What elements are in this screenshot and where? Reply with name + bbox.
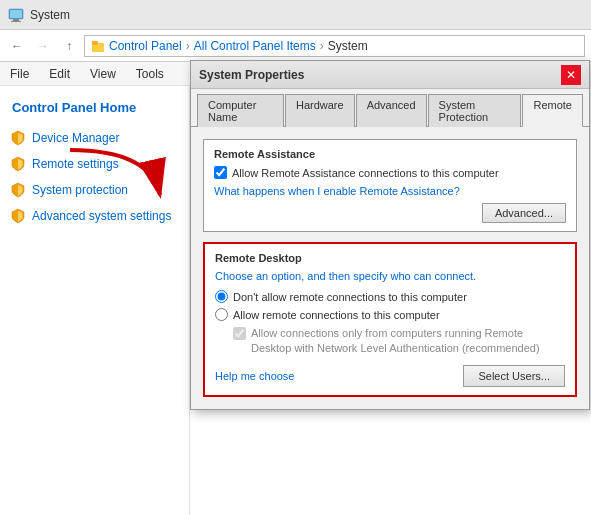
folder-icon bbox=[91, 39, 105, 53]
remote-desktop-footer: Help me choose Select Users... bbox=[215, 365, 565, 387]
address-path: Control Panel › All Control Panel Items … bbox=[84, 35, 585, 57]
sidebar-label-remote-settings: Remote settings bbox=[32, 157, 119, 171]
sidebar-header[interactable]: Control Panel Home bbox=[0, 96, 189, 125]
sidebar-item-device-manager[interactable]: Device Manager bbox=[0, 125, 189, 151]
svg-rect-2 bbox=[11, 21, 21, 22]
remote-desktop-label: Remote Desktop bbox=[215, 252, 565, 264]
path-sep-2: › bbox=[320, 39, 324, 53]
remote-assistance-section: Remote Assistance Allow Remote Assistanc… bbox=[203, 139, 577, 232]
shield-icon-advanced bbox=[10, 208, 26, 224]
sidebar-item-remote-settings[interactable]: Remote settings bbox=[0, 151, 189, 177]
remote-desktop-choose-text: Choose an option, and then specify who c… bbox=[215, 270, 565, 282]
path-segment-2[interactable]: All Control Panel Items bbox=[194, 39, 316, 53]
tab-computer-name[interactable]: Computer Name bbox=[197, 94, 284, 127]
tab-hardware[interactable]: Hardware bbox=[285, 94, 355, 127]
menu-file[interactable]: File bbox=[6, 65, 33, 83]
path-segment-1[interactable]: Control Panel bbox=[109, 39, 182, 53]
menu-tools[interactable]: Tools bbox=[132, 65, 168, 83]
sidebar-label-advanced-settings: Advanced system settings bbox=[32, 209, 171, 223]
up-button[interactable]: ↑ bbox=[58, 35, 80, 57]
dialog-title: System Properties bbox=[199, 68, 304, 82]
system-icon bbox=[8, 7, 24, 23]
radio-allow-connections[interactable] bbox=[215, 308, 228, 321]
path-sep-1: › bbox=[186, 39, 190, 53]
remote-assistance-label: Remote Assistance bbox=[214, 148, 566, 160]
nla-checkbox[interactable] bbox=[233, 327, 246, 340]
svg-rect-3 bbox=[10, 10, 22, 18]
address-bar: ← → ↑ Control Panel › All Control Panel … bbox=[0, 30, 591, 62]
allow-remote-assistance-row: Allow Remote Assistance connections to t… bbox=[214, 166, 566, 179]
sidebar: Control Panel Home Device Manager Remote… bbox=[0, 86, 190, 515]
sidebar-label-system-protection: System protection bbox=[32, 183, 128, 197]
nla-checkbox-row: Allow connections only from computers ru… bbox=[233, 326, 565, 357]
window-title: System bbox=[30, 8, 70, 22]
sidebar-item-system-protection[interactable]: System protection bbox=[0, 177, 189, 203]
dialog-close-button[interactable]: ✕ bbox=[561, 65, 581, 85]
nla-label: Allow connections only from computers ru… bbox=[251, 326, 565, 357]
title-bar: System bbox=[0, 0, 591, 30]
svg-rect-1 bbox=[13, 19, 19, 21]
select-users-button[interactable]: Select Users... bbox=[463, 365, 565, 387]
radio-allow-connections-row: Allow remote connections to this compute… bbox=[215, 308, 565, 321]
tab-advanced[interactable]: Advanced bbox=[356, 94, 427, 127]
help-me-choose-link[interactable]: Help me choose bbox=[215, 370, 295, 382]
radio-no-connections-label: Don't allow remote connections to this c… bbox=[233, 291, 467, 303]
shield-icon-remote bbox=[10, 156, 26, 172]
system-properties-dialog: System Properties ✕ Computer Name Hardwa… bbox=[190, 60, 590, 410]
allow-remote-assistance-text: Allow Remote Assistance connections to t… bbox=[232, 167, 499, 179]
remote-desktop-section: Remote Desktop Choose an option, and the… bbox=[203, 242, 577, 397]
back-button[interactable]: ← bbox=[6, 35, 28, 57]
remote-assistance-link[interactable]: What happens when I enable Remote Assist… bbox=[214, 185, 566, 197]
tabs-container: Computer Name Hardware Advanced System P… bbox=[191, 89, 589, 127]
remote-assistance-advanced-button[interactable]: Advanced... bbox=[482, 203, 566, 223]
sidebar-item-advanced-settings[interactable]: Advanced system settings bbox=[0, 203, 189, 229]
radio-no-connections[interactable] bbox=[215, 290, 228, 303]
tab-remote[interactable]: Remote bbox=[522, 94, 583, 127]
allow-remote-assistance-checkbox[interactable] bbox=[214, 166, 227, 179]
dialog-content: Remote Assistance Allow Remote Assistanc… bbox=[191, 127, 589, 409]
radio-allow-connections-label: Allow remote connections to this compute… bbox=[233, 309, 440, 321]
shield-icon-device bbox=[10, 130, 26, 146]
path-segment-3: System bbox=[328, 39, 368, 53]
tab-system-protection[interactable]: System Protection bbox=[428, 94, 522, 127]
menu-view[interactable]: View bbox=[86, 65, 120, 83]
shield-icon-protection bbox=[10, 182, 26, 198]
svg-rect-5 bbox=[92, 41, 98, 45]
sidebar-label-device-manager: Device Manager bbox=[32, 131, 119, 145]
forward-button[interactable]: → bbox=[32, 35, 54, 57]
dialog-title-bar: System Properties ✕ bbox=[191, 61, 589, 89]
radio-no-connections-row: Don't allow remote connections to this c… bbox=[215, 290, 565, 303]
menu-edit[interactable]: Edit bbox=[45, 65, 74, 83]
